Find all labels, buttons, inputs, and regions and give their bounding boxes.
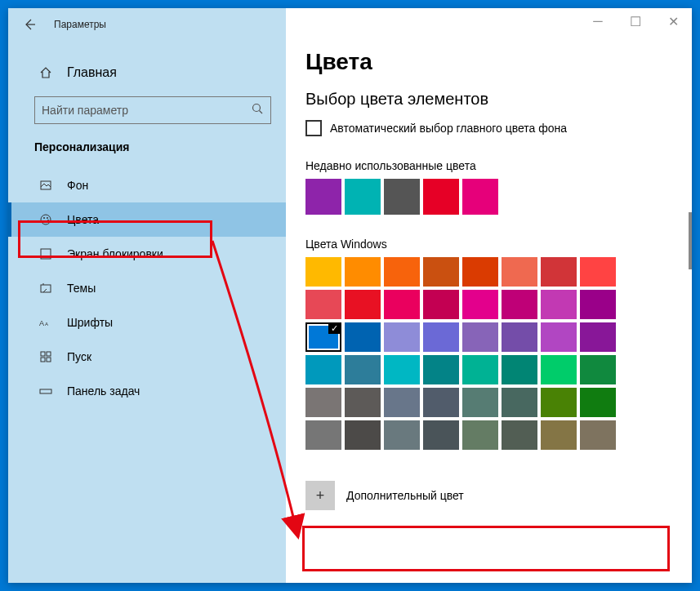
windows-colors-grid [305,257,667,450]
sidebar-item-0[interactable]: Фон [8,168,286,202]
windows-color-swatch[interactable] [423,388,459,417]
search-icon [251,102,264,118]
windows-color-swatch[interactable] [384,257,420,287]
svg-rect-8 [41,285,51,292]
recent-colors-label: Недавно использованные цвета [305,159,667,172]
recent-colors-row [305,179,667,215]
sidebar-item-3[interactable]: Темы [8,271,286,305]
windows-color-swatch[interactable] [305,355,341,384]
sidebar-item-6[interactable]: Панель задач [8,374,286,408]
nav-icon: AA [38,317,54,328]
recent-color-swatch[interactable] [462,179,498,215]
windows-color-swatch[interactable] [541,290,577,319]
home-link[interactable]: Главная [8,57,286,88]
windows-color-swatch[interactable] [541,355,577,384]
windows-color-swatch[interactable] [345,420,381,450]
main-content: Цвета Выбор цвета элементов Автоматическ… [286,8,692,583]
back-arrow-icon[interactable] [20,15,39,34]
sidebar-item-2[interactable]: Экран блокировки [8,237,286,271]
nav-icon [38,350,54,363]
windows-color-swatch[interactable] [345,257,381,287]
recent-color-swatch[interactable] [305,179,341,215]
windows-color-swatch[interactable] [541,322,577,352]
svg-point-5 [47,220,49,221]
windows-color-swatch[interactable] [502,257,537,287]
nav-label: Шрифты [67,316,113,329]
windows-color-swatch[interactable] [423,257,459,287]
nav-label: Панель задач [67,384,140,398]
svg-point-0 [253,104,261,112]
windows-color-swatch[interactable] [345,388,381,417]
recent-color-swatch[interactable] [423,179,459,215]
windows-color-swatch[interactable] [305,290,341,319]
recent-color-swatch[interactable] [345,179,381,215]
nav-icon [38,213,54,226]
windows-color-swatch[interactable] [423,420,459,450]
windows-color-swatch[interactable] [462,355,498,384]
search-input[interactable] [42,104,251,117]
svg-point-3 [43,217,45,219]
custom-color-button[interactable]: + Дополнительный цвет [305,473,667,518]
windows-color-swatch[interactable] [384,420,420,450]
nav-icon [38,282,54,295]
windows-color-swatch[interactable] [502,355,537,384]
svg-point-4 [47,217,48,219]
search-box[interactable] [34,96,271,124]
scrollbar[interactable] [689,212,692,269]
svg-rect-11 [41,352,45,356]
nav-icon [38,384,54,398]
svg-point-2 [41,215,51,224]
sidebar: Параметры Главная Персонализация ФонЦвет… [8,8,286,583]
nav-label: Экран блокировки [67,247,163,260]
windows-color-swatch[interactable] [345,355,381,384]
sidebar-item-4[interactable]: AAШрифты [8,305,286,340]
windows-color-swatch[interactable] [580,355,616,384]
windows-color-swatch[interactable] [384,388,420,417]
windows-color-swatch[interactable] [305,388,341,417]
windows-color-swatch[interactable] [423,322,459,352]
windows-color-swatch[interactable] [423,290,459,319]
nav-icon [38,179,54,192]
windows-color-swatch[interactable] [541,420,577,450]
section-heading: Выбор цвета элементов [305,90,667,109]
windows-color-swatch[interactable] [345,322,381,352]
windows-color-swatch[interactable] [305,420,341,450]
windows-color-swatch[interactable] [345,290,381,319]
windows-color-swatch[interactable] [384,290,420,319]
windows-color-swatch[interactable] [462,257,498,287]
nav-label: Пуск [67,350,91,363]
windows-color-swatch[interactable] [580,290,616,319]
windows-color-swatch[interactable] [305,322,341,352]
windows-color-swatch[interactable] [462,322,498,352]
windows-color-swatch[interactable] [502,290,537,319]
titlebar: Параметры [8,8,286,41]
sidebar-item-5[interactable]: Пуск [8,340,286,374]
auto-color-checkbox-row[interactable]: Автоматический выбор главного цвета фона [305,120,667,136]
windows-color-swatch[interactable] [580,388,616,417]
windows-color-swatch[interactable] [580,322,616,352]
settings-window: ─ ☐ ✕ Параметры Главная Персонализация Ф… [8,8,692,583]
windows-color-swatch[interactable] [580,420,616,450]
windows-colors-label: Цвета Windows [305,238,667,251]
checkbox-icon[interactable] [305,120,322,136]
windows-color-swatch[interactable] [384,355,420,384]
sidebar-item-1[interactable]: Цвета [8,202,286,237]
windows-color-swatch[interactable] [462,388,498,417]
windows-color-swatch[interactable] [502,322,537,352]
windows-color-swatch[interactable] [580,257,616,287]
windows-color-swatch[interactable] [541,257,577,287]
plus-icon: + [305,481,335,510]
windows-color-swatch[interactable] [305,257,341,287]
windows-color-swatch[interactable] [462,420,498,450]
windows-color-swatch[interactable] [462,290,498,319]
auto-color-label: Автоматический выбор главного цвета фона [330,122,567,135]
recent-color-swatch[interactable] [384,179,420,215]
windows-color-swatch[interactable] [384,322,420,352]
category-heading: Персонализация [8,136,286,168]
windows-color-swatch[interactable] [502,420,537,450]
svg-text:A: A [39,319,44,327]
windows-color-swatch[interactable] [502,388,537,417]
windows-color-swatch[interactable] [541,388,577,417]
nav-icon [38,247,54,260]
windows-color-swatch[interactable] [423,355,459,384]
